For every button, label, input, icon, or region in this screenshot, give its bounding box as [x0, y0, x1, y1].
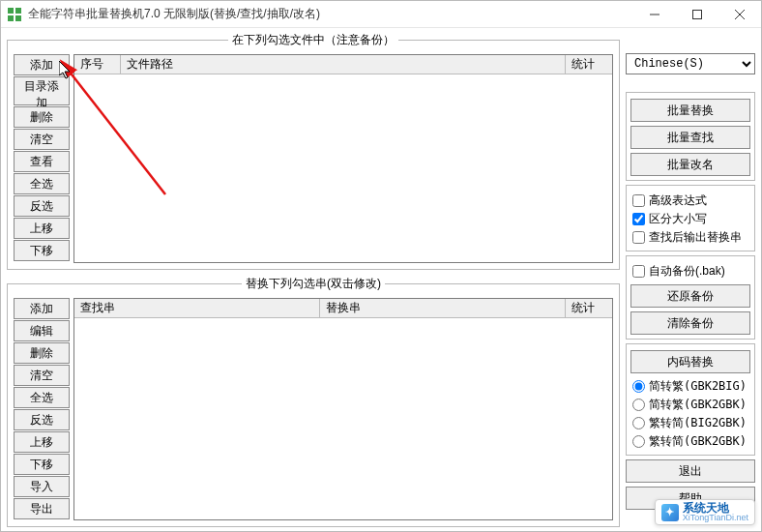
svg-rect-3 — [15, 15, 21, 21]
file-invert-button[interactable]: 反选 — [14, 195, 70, 217]
file-delete-button[interactable]: 删除 — [14, 106, 70, 128]
file-add-button[interactable]: 添加 — [14, 54, 70, 75]
enc-opt-3-row[interactable]: 繁转简(BIG2GBK) — [630, 414, 750, 432]
right-panel: Chinese(S) 批量替换 批量查找 批量改名 高级表达式 区分大小写 查找… — [626, 32, 755, 527]
batch-actions-group: 批量替换 批量查找 批量改名 — [626, 92, 755, 181]
enc-opt-1-radio[interactable] — [632, 380, 645, 393]
string-edit-button[interactable]: 编辑 — [14, 320, 70, 341]
window-controls — [633, 1, 761, 27]
close-button[interactable] — [718, 1, 761, 27]
enc-opt-2-label: 简转繁(GBK2GBK) — [649, 397, 747, 413]
case-sensitive-checkbox[interactable] — [632, 213, 645, 225]
files-col-index[interactable]: 序号 — [74, 55, 121, 74]
enc-opt-4-radio[interactable] — [632, 435, 645, 448]
string-add-button[interactable]: 添加 — [14, 298, 70, 319]
enc-opt-2-row[interactable]: 简转繁(GBK2GBK) — [630, 396, 750, 414]
strings-list[interactable]: 查找串 替换串 统计 — [73, 298, 613, 520]
case-sensitive-label: 区分大小写 — [649, 211, 707, 227]
encoding-replace-button[interactable]: 内码替换 — [630, 350, 750, 373]
enc-opt-2-radio[interactable] — [632, 399, 645, 411]
batch-rename-button[interactable]: 批量改名 — [630, 153, 750, 176]
string-move-down-button[interactable]: 下移 — [14, 454, 70, 475]
file-clear-button[interactable]: 清空 — [14, 129, 70, 150]
svg-rect-2 — [8, 15, 14, 21]
window-title: 全能字符串批量替换机7.0 无限制版(替换/查找/抽取/改名) — [28, 6, 633, 22]
options-group: 高级表达式 区分大小写 查找后输出替换串 — [626, 185, 755, 251]
enc-opt-4-row[interactable]: 繁转简(GBK2GBK) — [630, 432, 750, 451]
file-move-down-button[interactable]: 下移 — [14, 240, 70, 261]
maximize-button[interactable] — [676, 1, 718, 27]
auto-backup-row[interactable]: 自动备份(.bak) — [630, 262, 750, 281]
svg-rect-1 — [15, 8, 21, 14]
files-col-stat[interactable]: 统计 — [566, 55, 612, 74]
file-add-dir-button[interactable]: 目录添加 — [14, 76, 70, 105]
watermark-url: XiTongTianDi.net — [683, 514, 748, 522]
string-move-up-button[interactable]: 上移 — [14, 431, 70, 453]
string-export-button[interactable]: 导出 — [14, 498, 70, 519]
encoding-group: 内码替换 简转繁(GBK2BIG) 简转繁(GBK2GBK) 繁转简(BIG2G… — [626, 343, 755, 456]
auto-backup-checkbox[interactable] — [632, 265, 645, 278]
strings-button-column: 添加 编辑 删除 清空 全选 反选 上移 下移 导入 导出 — [14, 298, 70, 520]
enc-opt-3-label: 繁转简(BIG2GBK) — [649, 415, 747, 431]
string-select-all-button[interactable]: 全选 — [14, 387, 70, 408]
batch-replace-button[interactable]: 批量替换 — [630, 99, 750, 122]
strings-col-find[interactable]: 查找串 — [74, 299, 320, 317]
title-bar: 全能字符串批量替换机7.0 无限制版(替换/查找/抽取/改名) — [1, 1, 761, 28]
files-group: 在下列勾选文件中（注意备份） 添加 目录添加 删除 清空 查看 全选 反选 上移… — [7, 32, 620, 270]
case-sensitive-row[interactable]: 区分大小写 — [630, 210, 750, 228]
string-import-button[interactable]: 导入 — [14, 476, 70, 497]
adv-regex-checkbox[interactable] — [632, 194, 645, 207]
output-after-find-label: 查找后输出替换串 — [649, 229, 742, 246]
watermark: ✦ 系统天地 XiTongTianDi.net — [655, 499, 755, 525]
strings-list-body[interactable] — [74, 318, 612, 519]
language-select[interactable]: Chinese(S) — [626, 53, 755, 74]
strings-col-stat[interactable]: 统计 — [566, 299, 612, 317]
enc-opt-3-radio[interactable] — [632, 417, 645, 429]
clear-backup-button[interactable]: 清除备份 — [630, 311, 750, 335]
backup-group: 自动备份(.bak) 还原备份 清除备份 — [626, 255, 755, 340]
svg-rect-5 — [693, 10, 702, 18]
restore-backup-button[interactable]: 还原备份 — [630, 284, 750, 308]
file-select-all-button[interactable]: 全选 — [14, 173, 70, 194]
enc-opt-1-label: 简转繁(GBK2BIG) — [649, 378, 747, 395]
file-move-up-button[interactable]: 上移 — [14, 218, 70, 239]
strings-col-replace[interactable]: 替换串 — [320, 299, 566, 317]
svg-rect-0 — [8, 8, 14, 14]
app-icon — [7, 7, 22, 22]
strings-list-header: 查找串 替换串 统计 — [74, 299, 612, 318]
adv-regex-label: 高级表达式 — [649, 192, 707, 209]
file-view-button[interactable]: 查看 — [14, 151, 70, 172]
files-col-path[interactable]: 文件路径 — [121, 55, 566, 74]
string-delete-button[interactable]: 删除 — [14, 342, 70, 364]
auto-backup-label: 自动备份(.bak) — [649, 263, 725, 280]
output-after-find-checkbox[interactable] — [632, 231, 645, 244]
files-list-header: 序号 文件路径 统计 — [74, 55, 612, 74]
files-button-column: 添加 目录添加 删除 清空 查看 全选 反选 上移 下移 — [14, 54, 70, 263]
enc-opt-4-label: 繁转简(GBK2GBK) — [649, 433, 747, 450]
files-list[interactable]: 序号 文件路径 统计 — [73, 54, 613, 263]
batch-find-button[interactable]: 批量查找 — [630, 126, 750, 149]
string-invert-button[interactable]: 反选 — [14, 409, 70, 430]
strings-group-legend: 替换下列勾选串(双击修改) — [242, 276, 385, 292]
exit-button[interactable]: 退出 — [626, 459, 755, 483]
files-list-body[interactable] — [74, 74, 612, 262]
enc-opt-1-row[interactable]: 简转繁(GBK2BIG) — [630, 377, 750, 396]
adv-regex-row[interactable]: 高级表达式 — [630, 192, 750, 210]
output-after-find-row[interactable]: 查找后输出替换串 — [630, 228, 750, 247]
minimize-button[interactable] — [633, 1, 676, 27]
watermark-icon: ✦ — [661, 504, 679, 521]
strings-group: 替换下列勾选串(双击修改) 添加 编辑 删除 清空 全选 反选 上移 下移 导入… — [7, 276, 620, 527]
string-clear-button[interactable]: 清空 — [14, 365, 70, 386]
files-group-legend: 在下列勾选文件中（注意备份） — [228, 32, 398, 48]
